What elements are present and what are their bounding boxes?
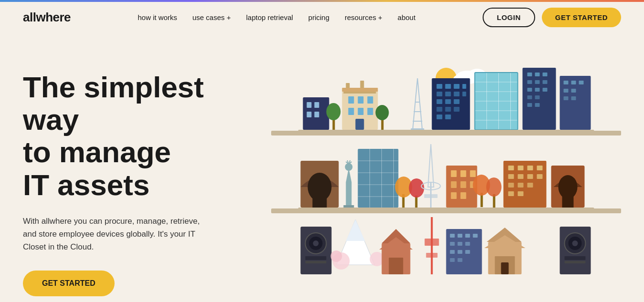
svg-rect-37 [454,92,460,96]
nav-about[interactable]: about [398,13,416,21]
nav-pricing[interactable]: pricing [308,13,329,21]
svg-rect-40 [445,99,451,104]
svg-rect-121 [508,166,514,170]
svg-rect-122 [518,166,524,170]
get-started-header-button[interactable]: GET STARTED [542,8,621,27]
svg-point-119 [486,177,502,197]
svg-point-85 [345,163,353,171]
svg-point-10 [327,103,341,120]
svg-rect-126 [518,174,524,179]
svg-rect-15 [368,96,373,104]
svg-rect-111 [451,181,457,188]
svg-rect-114 [451,192,457,199]
nav-use-cases[interactable]: use cases + [192,13,231,21]
svg-rect-69 [528,103,532,107]
svg-rect-45 [437,115,443,119]
svg-rect-39 [437,99,443,104]
svg-rect-6 [315,102,319,108]
nav-resources[interactable]: resources + [345,13,382,21]
svg-rect-129 [508,183,514,187]
svg-rect-125 [508,174,514,179]
svg-rect-152 [389,258,403,274]
svg-rect-91 [358,149,399,208]
svg-rect-35 [437,92,443,96]
svg-rect-58 [528,73,532,76]
svg-rect-65 [535,88,540,92]
svg-rect-162 [458,242,463,246]
svg-rect-67 [528,95,532,99]
svg-rect-90 [344,205,354,208]
svg-rect-132 [508,191,514,196]
svg-rect-63 [543,80,548,84]
svg-rect-157 [450,234,455,238]
svg-rect-18 [368,108,373,115]
svg-rect-64 [528,88,532,92]
city-row-3-svg [271,217,621,274]
svg-rect-32 [445,84,451,89]
svg-rect-34 [463,84,466,89]
header: allwhere how it works use cases + laptop… [0,2,644,33]
shelf-row-3 [271,217,621,274]
svg-rect-82 [313,187,327,208]
svg-rect-154 [425,239,439,246]
svg-rect-83 [346,182,352,206]
svg-rect-8 [315,112,319,117]
svg-marker-25 [413,78,422,130]
header-actions: LOGIN GET STARTED [483,8,621,27]
svg-rect-70 [535,103,540,107]
svg-rect-68 [535,95,540,99]
svg-point-141 [313,240,319,246]
nav-laptop-retrieval[interactable]: laptop retrieval [246,13,293,21]
shelf-base-2 [271,208,621,213]
svg-rect-77 [564,96,569,100]
svg-rect-73 [571,81,576,84]
svg-rect-75 [564,89,569,93]
svg-rect-74 [579,81,584,84]
svg-rect-131 [528,183,533,187]
svg-rect-19 [356,119,364,130]
svg-rect-66 [543,88,548,92]
svg-rect-38 [463,92,466,96]
svg-rect-112 [461,181,466,188]
get-started-hero-button[interactable]: GET STARTED [23,271,115,296]
svg-rect-161 [450,242,455,246]
svg-rect-14 [358,96,364,104]
svg-rect-142 [306,256,327,260]
login-button[interactable]: LOGIN [483,8,535,27]
svg-rect-155 [426,253,438,258]
svg-rect-13 [348,96,354,104]
svg-rect-115 [461,192,466,199]
svg-rect-167 [450,258,455,262]
svg-rect-31 [437,84,443,89]
svg-rect-158 [458,234,463,238]
svg-rect-5 [307,102,312,108]
svg-rect-163 [465,242,470,246]
svg-rect-7 [307,112,312,117]
svg-rect-36 [445,92,451,96]
nav-how-it-works[interactable]: how it works [137,13,177,21]
svg-rect-166 [465,250,470,254]
svg-rect-44 [454,107,460,112]
svg-rect-33 [454,84,460,89]
svg-rect-110 [470,170,476,177]
svg-rect-168 [458,258,463,262]
svg-point-177 [572,240,578,246]
svg-rect-136 [562,187,574,208]
svg-rect-43 [445,107,451,112]
svg-rect-179 [565,261,586,263]
svg-rect-128 [537,174,543,179]
svg-rect-133 [518,191,524,196]
svg-rect-72 [564,81,569,84]
main-nav: how it works use cases + laptop retrieva… [137,13,415,21]
svg-rect-109 [461,170,466,177]
svg-rect-143 [306,261,327,263]
svg-rect-124 [537,166,543,170]
svg-point-24 [376,105,389,120]
shelf-row-1 [271,62,621,135]
city-row-1-svg [271,64,621,135]
svg-rect-164 [450,250,455,254]
svg-rect-165 [458,250,463,254]
svg-rect-59 [535,73,540,76]
logo: allwhere [23,10,71,25]
svg-rect-160 [473,234,478,238]
